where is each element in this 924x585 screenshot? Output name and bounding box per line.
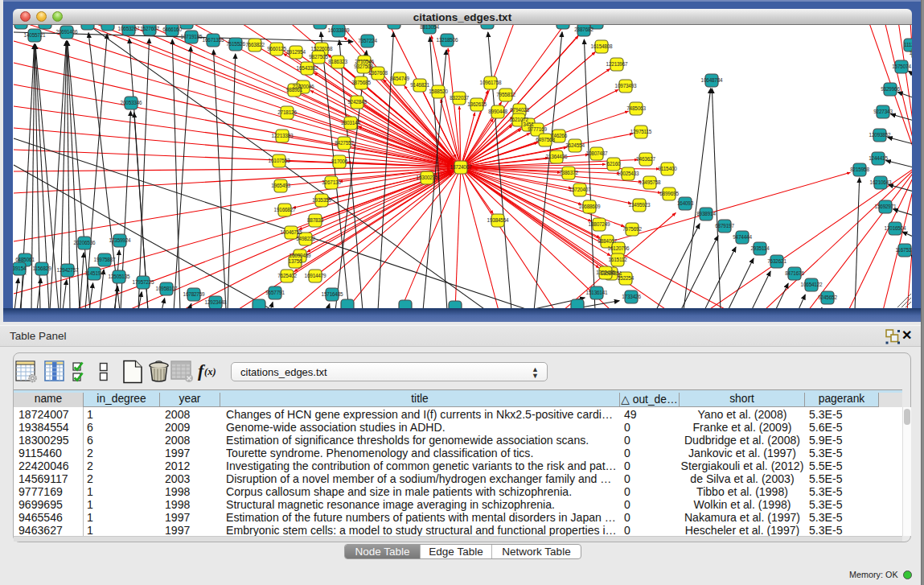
svg-text:16914479: 16914479	[305, 273, 326, 278]
svg-text:20206536: 20206536	[74, 240, 96, 245]
svg-text:10958107: 10958107	[156, 286, 178, 291]
svg-text:8427552: 8427552	[335, 140, 354, 146]
svg-text:8215958: 8215958	[850, 167, 869, 172]
svg-text:2935114: 2935114	[750, 245, 770, 251]
svg-text:9227343: 9227343	[873, 109, 893, 114]
svg-text:8938914: 8938914	[696, 211, 716, 216]
svg-text:62160: 62160	[607, 161, 621, 167]
svg-text:9463627: 9463627	[636, 156, 655, 162]
svg-text:7632621: 7632621	[767, 258, 786, 264]
svg-text:9245652: 9245652	[818, 295, 837, 300]
svg-text:1167533: 1167533	[895, 247, 912, 253]
svg-text:13218506: 13218506	[437, 37, 458, 43]
svg-text:12505135: 12505135	[109, 274, 130, 279]
svg-text:15226058: 15226058	[311, 46, 333, 51]
svg-text:15692971: 15692971	[875, 204, 897, 209]
svg-text:1588520: 1588520	[429, 89, 448, 94]
svg-text:1362615: 1362615	[467, 101, 487, 107]
svg-text:6794028: 6794028	[510, 107, 529, 113]
svg-text:19384554: 19384554	[487, 217, 509, 223]
svg-text:10688609: 10688609	[579, 204, 601, 209]
svg-text:2387682: 2387682	[574, 27, 593, 32]
svg-text:16671355: 16671355	[203, 37, 224, 43]
svg-text:3624554: 3624554	[565, 142, 585, 148]
svg-text:8912954: 8912954	[286, 49, 306, 55]
svg-text:21364436: 21364436	[546, 154, 568, 159]
svg-text:10807487: 10807487	[586, 150, 608, 156]
svg-text:887833: 887833	[307, 217, 324, 223]
svg-text:9329966: 9329966	[881, 86, 900, 92]
svg-text:16107553: 16107553	[269, 158, 290, 163]
svg-text:2803144: 2803144	[341, 120, 360, 126]
svg-text:6899695: 6899695	[659, 191, 679, 196]
svg-text:14055721: 14055721	[24, 32, 46, 38]
svg-text:13756: 13756	[289, 258, 302, 264]
svg-text:7663822: 7663822	[245, 42, 265, 47]
svg-text:1935359: 1935359	[312, 197, 331, 203]
svg-text:6485061: 6485061	[15, 257, 35, 262]
svg-text:9327508: 9327508	[354, 64, 373, 69]
svg-text:15720407: 15720407	[569, 187, 591, 192]
svg-text:6466160: 6466160	[162, 27, 182, 32]
svg-text:16543382: 16543382	[297, 65, 318, 71]
svg-text:15136141: 15136141	[586, 290, 608, 295]
svg-text:(x): (x)	[204, 366, 216, 377]
svg-text:16033809: 16033809	[328, 27, 350, 33]
svg-text:10648784: 10648784	[701, 77, 723, 83]
svg-text:8990448: 8990448	[488, 109, 507, 114]
svg-text:9884067: 9884067	[598, 238, 617, 244]
svg-text:9146821: 9146821	[410, 82, 429, 88]
svg-text:988961: 988961	[286, 87, 303, 93]
svg-text:8471676: 8471676	[785, 270, 804, 276]
svg-text:1145194: 1145194	[84, 270, 104, 276]
svg-text:18807249: 18807249	[589, 221, 610, 227]
svg-text:9827505: 9827505	[309, 54, 328, 60]
svg-text:7515526: 7515526	[226, 41, 245, 47]
svg-text:5498222: 5498222	[296, 236, 315, 241]
svg-text:8454749: 8454749	[390, 76, 409, 81]
svg-text:7625402: 7625402	[277, 273, 297, 278]
svg-text:12923448: 12923448	[205, 299, 227, 305]
svg-text:19166827: 19166827	[274, 207, 296, 212]
svg-text:16120796: 16120796	[608, 245, 630, 251]
svg-text:10025433: 10025433	[618, 171, 639, 176]
svg-text:252254: 252254	[618, 275, 634, 281]
svg-text:11125: 11125	[904, 42, 912, 47]
svg-text:10961758: 10961758	[480, 80, 502, 85]
svg-text:9660125: 9660125	[267, 46, 286, 51]
svg-text:8322037: 8322037	[450, 95, 469, 101]
svg-text:12213383: 12213383	[272, 133, 294, 138]
svg-text:10719185: 10719185	[181, 34, 203, 39]
svg-text:12975115: 12975115	[630, 129, 652, 134]
svg-text:7386372: 7386372	[559, 170, 578, 175]
svg-text:7485063: 7485063	[626, 105, 646, 111]
svg-text:6879197: 6879197	[715, 223, 734, 229]
svg-text:2367608: 2367608	[368, 70, 388, 76]
svg-text:1244415: 1244415	[869, 155, 888, 161]
svg-text:10046755: 10046755	[281, 229, 302, 235]
svg-text:20053346: 20053346	[121, 100, 142, 105]
svg-text:17957225: 17957225	[133, 279, 154, 285]
svg-text:12093852: 12093852	[869, 132, 891, 138]
svg-text:20691406: 20691406	[56, 29, 78, 35]
svg-text:17016504: 17016504	[885, 225, 906, 231]
svg-text:15300275: 15300275	[417, 175, 438, 180]
svg-text:3267130: 3267130	[322, 179, 341, 185]
svg-text:7955812: 7955812	[496, 92, 515, 97]
svg-text:817006: 817006	[331, 159, 348, 164]
svg-text:2718126: 2718126	[277, 109, 297, 115]
svg-text:9657791: 9657791	[265, 290, 285, 295]
svg-text:1733426: 1733426	[622, 294, 641, 299]
svg-text:12942757: 12942757	[57, 267, 79, 273]
svg-text:12213967: 12213967	[606, 61, 628, 67]
svg-text:9242848: 9242848	[347, 99, 367, 105]
svg-text:16210643: 16210643	[870, 179, 892, 185]
svg-text:17359924: 17359924	[109, 237, 131, 243]
svg-text:1965493: 1965493	[271, 183, 290, 188]
svg-text:7357224: 7357224	[358, 38, 377, 43]
svg-text:16099489: 16099489	[290, 253, 311, 258]
svg-text:10654122: 10654122	[801, 282, 823, 287]
svg-text:7975692: 7975692	[622, 226, 642, 232]
svg-text:1132541: 1132541	[909, 50, 912, 56]
svg-text:19975887: 19975887	[94, 257, 116, 262]
